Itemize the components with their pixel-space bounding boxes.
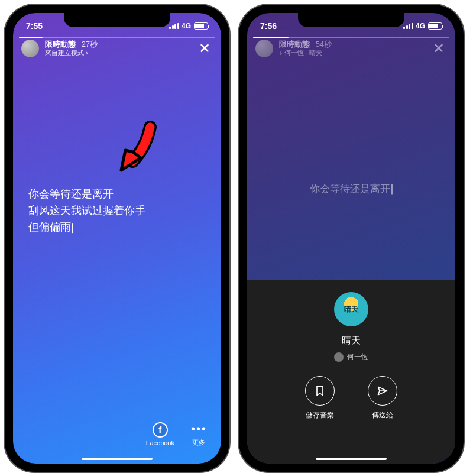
status-time: 7:55 — [26, 21, 43, 31]
arrow-annotation — [115, 121, 162, 180]
signal-icon — [403, 23, 413, 29]
status-bar: 7:56 4G — [247, 13, 455, 34]
story-subtitle[interactable]: 來自建立模式 › — [45, 49, 190, 57]
story-seconds: 27秒 — [82, 40, 98, 48]
lyrics-text: 你会等待还是离开 — [247, 182, 455, 196]
network-label: 4G — [416, 22, 425, 30]
story-subtitle[interactable]: ♪ 何一恆 · 晴天 — [279, 49, 425, 57]
send-to-button[interactable]: 傳送給 — [368, 376, 397, 420]
close-icon[interactable]: ✕ — [196, 38, 213, 59]
signal-icon — [169, 23, 179, 29]
artist-name: 何一恆 — [347, 352, 368, 362]
story-progress — [253, 37, 449, 38]
story-header: 限時動態 54秒 ♪ 何一恆 · 晴天 ✕ — [247, 34, 455, 63]
story-seconds: 54秒 — [316, 40, 332, 48]
status-bar: 7:55 4G — [13, 13, 221, 34]
home-indicator[interactable] — [316, 458, 387, 460]
battery-icon — [428, 22, 442, 30]
share-facebook-button[interactable]: f Facebook — [146, 422, 174, 446]
avatar[interactable] — [255, 40, 273, 57]
artist-row[interactable]: 何一恆 — [334, 352, 368, 362]
music-action-sheet: 晴天 晴天 何一恆 儲存音樂 傳送給 — [247, 280, 455, 464]
more-label: 更多 — [192, 438, 205, 447]
facebook-label: Facebook — [146, 439, 174, 446]
cursor-icon — [391, 184, 393, 195]
more-button[interactable]: ••• 更多 — [191, 421, 207, 447]
send-icon — [368, 376, 397, 406]
artist-avatar-icon — [334, 352, 344, 362]
story-header: 限時動態 27秒 來自建立模式 › ✕ — [13, 34, 221, 63]
story-title: 限時動態 — [45, 40, 76, 48]
more-icon: ••• — [191, 421, 207, 436]
avatar[interactable] — [21, 40, 39, 57]
bookmark-icon — [305, 376, 335, 406]
home-indicator[interactable] — [82, 458, 153, 460]
facebook-icon: f — [153, 422, 168, 438]
save-music-label: 儲存音樂 — [306, 410, 334, 420]
album-art[interactable]: 晴天 — [334, 292, 368, 326]
lyrics-text: 你会等待还是离开 刮风这天我试过握着你手 但偏偏雨 — [13, 186, 221, 236]
story-progress — [19, 37, 215, 38]
status-time: 7:56 — [260, 21, 277, 31]
battery-icon — [194, 22, 208, 30]
close-icon[interactable]: ✕ — [430, 38, 447, 59]
story-title: 限時動態 — [279, 40, 310, 48]
send-to-label: 傳送給 — [372, 410, 393, 420]
network-label: 4G — [182, 22, 191, 30]
save-music-button[interactable]: 儲存音樂 — [305, 376, 335, 420]
cursor-icon — [72, 223, 73, 233]
song-name: 晴天 — [342, 335, 361, 347]
